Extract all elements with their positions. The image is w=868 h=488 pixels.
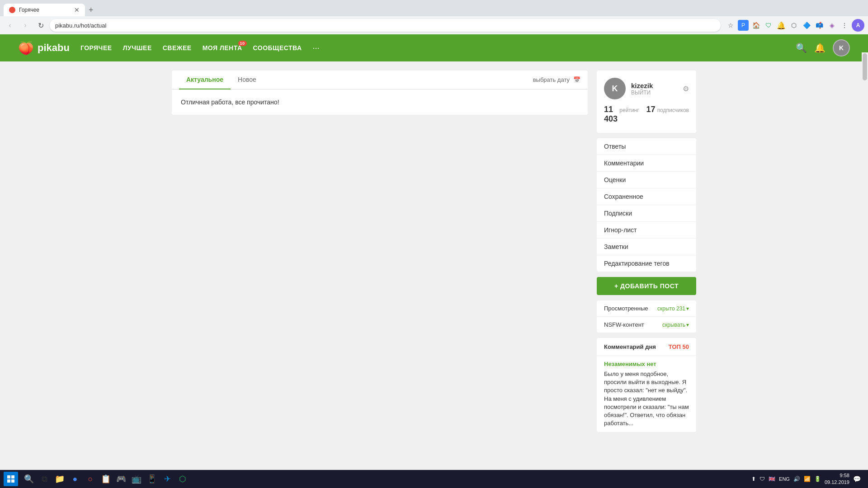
- user-card-header: K kizezik ВЫЙТИ ⚙: [604, 78, 689, 99]
- main-nav: ГОРЯЧЕЕ ЛУЧШЕЕ СВЕЖЕЕ МОЯ ЛЕНТА 10 СООБЩ…: [80, 43, 785, 53]
- menu-item-saved[interactable]: Сохраненное: [597, 188, 696, 205]
- date-picker[interactable]: выбрать дату 📅: [533, 76, 580, 83]
- reload-button[interactable]: ↻: [34, 19, 47, 32]
- date-picker-label: выбрать дату: [533, 76, 570, 83]
- viewed-value[interactable]: скрыто 231 ▾: [657, 305, 689, 312]
- forward-button[interactable]: ›: [19, 19, 32, 32]
- settings-row-viewed: Просмотренные скрыто 231 ▾: [597, 300, 696, 317]
- browser-profile-icon[interactable]: A: [852, 19, 864, 32]
- user-card-name: kizezik: [631, 82, 677, 89]
- user-card-info: kizezik ВЫЙТИ: [631, 82, 677, 96]
- content-tabs-row: Актуальное Новое выбрать дату 📅: [172, 70, 588, 89]
- rating-label: рейтинг: [619, 107, 639, 113]
- tab-favicon: [9, 7, 15, 13]
- user-avatar-header[interactable]: K: [833, 39, 850, 56]
- nav-fresh[interactable]: СВЕЖЕЕ: [163, 44, 192, 52]
- shield-icon[interactable]: 🛡: [763, 20, 774, 31]
- extension-icon-3[interactable]: ⬡: [788, 20, 799, 31]
- browser-icons: ☆ P 🏠 🛡 🔔 ⬡ 🔷 📫 ◈ ⋮ A: [725, 19, 864, 32]
- extension-icon-5[interactable]: 📫: [814, 20, 825, 31]
- subscribers-label: подписчиков: [657, 107, 689, 113]
- home-icon[interactable]: 🏠: [750, 20, 761, 31]
- user-stats: 11 403 рейтинг 17 подписчиков: [604, 105, 689, 124]
- search-icon[interactable]: 🔍: [796, 42, 807, 53]
- header-right: 🔍 🔔 K: [796, 39, 850, 56]
- comment-day-title: Комментарий дня: [604, 343, 656, 350]
- tab-title: Горячее: [19, 7, 71, 13]
- tab-close-button[interactable]: ✕: [74, 6, 80, 14]
- comment-day-section: Комментарий дня ТОП 50 Незаменимых нет Б…: [597, 338, 696, 432]
- main-container: Актуальное Новое выбрать дату 📅 Отличная…: [163, 61, 705, 441]
- nav-communities[interactable]: СООБЩЕСТВА: [253, 44, 302, 52]
- tab-new[interactable]: Новое: [231, 70, 264, 89]
- settings-card: Просмотренные скрыто 231 ▾ NSFW-контент …: [597, 300, 696, 333]
- chevron-down-icon-2: ▾: [686, 322, 689, 328]
- extension-icon-4[interactable]: 🔷: [801, 20, 812, 31]
- nav-best[interactable]: ЛУЧШЕЕ: [123, 44, 152, 52]
- subscribers-stat: 17 подписчиков: [646, 105, 689, 124]
- user-card: K kizezik ВЫЙТИ ⚙ 11 403 рейтинг 17 подп…: [597, 70, 696, 133]
- calendar-icon: 📅: [573, 76, 580, 83]
- nsfw-label: NSFW-контент: [604, 321, 662, 328]
- comment-preview: Незаменимых нет Было у меня подобное, пр…: [597, 356, 696, 432]
- comment-day-header: Комментарий дня ТОП 50: [597, 338, 696, 356]
- menu-item-ratings[interactable]: Оценки: [597, 172, 696, 188]
- scroll-thumb[interactable]: [863, 53, 867, 80]
- new-tab-button[interactable]: +: [85, 4, 97, 16]
- comment-author[interactable]: Незаменимых нет: [604, 361, 689, 367]
- menu-item-answers[interactable]: Ответы: [597, 138, 696, 155]
- rating-value: 11 403: [604, 105, 618, 124]
- tab-bar: Горячее ✕ +: [0, 0, 868, 16]
- subscribers-value: 17: [646, 105, 656, 114]
- logo-icon: 🍑: [18, 41, 34, 56]
- back-button[interactable]: ‹: [4, 19, 16, 32]
- add-post-button[interactable]: + ДОБАВИТЬ ПОСТ: [597, 277, 696, 295]
- sidebar-menu: Ответы Комментарии Оценки Сохраненное По…: [597, 138, 696, 272]
- top50-link[interactable]: ТОП 50: [669, 343, 689, 350]
- browser-tab-active[interactable]: Горячее ✕: [4, 4, 85, 16]
- nav-more-button[interactable]: ···: [313, 43, 320, 53]
- menu-item-subscriptions[interactable]: Подписки: [597, 205, 696, 222]
- extension-icon-6[interactable]: ◈: [826, 20, 837, 31]
- address-bar-row: ‹ › ↻ ☆ P 🏠 🛡 🔔 ⬡ 🔷 📫 ◈ ⋮ A: [0, 16, 868, 34]
- menu-item-edit-tags[interactable]: Редактирование тегов: [597, 255, 696, 272]
- extension-icon-1[interactable]: P: [738, 20, 749, 31]
- address-input[interactable]: [50, 19, 721, 32]
- my-feed-badge: 10: [238, 41, 247, 46]
- menu-item-ignore-list[interactable]: Игнор-лист: [597, 222, 696, 239]
- logout-button[interactable]: ВЫЙТИ: [631, 89, 677, 96]
- extension-icon-2[interactable]: 🔔: [776, 20, 787, 31]
- nav-hot[interactable]: ГОРЯЧЕЕ: [80, 44, 112, 52]
- viewed-label: Просмотренные: [604, 305, 657, 312]
- menu-item-comments[interactable]: Комментарии: [597, 155, 696, 172]
- site-logo[interactable]: 🍑 pikabu: [18, 41, 70, 56]
- menu-button[interactable]: ⋮: [839, 20, 850, 31]
- scrollbar[interactable]: [862, 52, 868, 441]
- empty-message: Отличная работа, все прочитано!: [172, 89, 588, 115]
- tab-actual[interactable]: Актуальное: [179, 70, 231, 89]
- content-panel: Актуальное Новое выбрать дату 📅 Отличная…: [172, 70, 588, 432]
- sidebar: K kizezik ВЫЙТИ ⚙ 11 403 рейтинг 17 подп…: [597, 70, 696, 432]
- logo-text: pikabu: [38, 42, 70, 54]
- settings-gear-icon[interactable]: ⚙: [683, 84, 689, 93]
- menu-item-notes[interactable]: Заметки: [597, 239, 696, 255]
- comment-text: Было у меня подобное, просили выйти в вы…: [604, 370, 689, 427]
- nav-my-feed[interactable]: МОЯ ЛЕНТА 10: [203, 44, 242, 52]
- user-card-avatar[interactable]: K: [604, 78, 626, 99]
- rating-stat: 11 403 рейтинг: [604, 105, 639, 124]
- bookmark-icon[interactable]: ☆: [725, 20, 736, 31]
- notifications-icon[interactable]: 🔔: [814, 42, 826, 53]
- chevron-down-icon: ▾: [686, 305, 689, 312]
- site-header: 🍑 pikabu ГОРЯЧЕЕ ЛУЧШЕЕ СВЕЖЕЕ МОЯ ЛЕНТА…: [0, 34, 868, 61]
- settings-row-nsfw: NSFW-контент скрывать ▾: [597, 317, 696, 333]
- nsfw-value[interactable]: скрывать ▾: [662, 322, 689, 328]
